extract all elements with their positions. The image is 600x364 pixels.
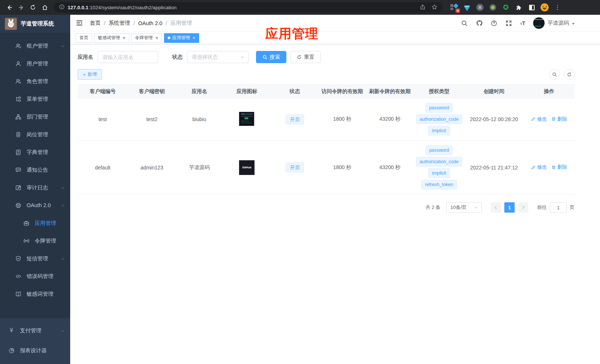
refresh-table-button[interactable] [564, 69, 575, 80]
tag-view-tab[interactable]: 敏感词管理× [94, 33, 129, 43]
sidebar-item-label: 用户管理 [27, 60, 65, 67]
edit-button[interactable]: 修改 [531, 116, 547, 123]
sidebar-item-yen[interactable]: ¥支付管理 [0, 320, 70, 340]
sidebar-item-announcement-chat[interactable]: 通知公告 [0, 161, 70, 179]
url-path: :1024/system/oauth2/oauth2/application [88, 5, 177, 10]
url-text: 127.0.0.1:1024/system/oauth2/oauth2/appl… [68, 5, 177, 10]
sidebar-item-app-briefcase[interactable]: 应用管理 [0, 214, 70, 232]
browser-back-button[interactable] [4, 3, 14, 12]
reset-button[interactable]: 重置 [290, 51, 321, 63]
chevron-down-icon [474, 205, 478, 210]
browser-menu-icon[interactable]: ⋮ [553, 3, 562, 11]
sidebar-item-org-tree[interactable]: 部门管理 [0, 108, 70, 126]
extension-gem-icon[interactable] [463, 3, 471, 11]
header-search-icon[interactable] [461, 20, 468, 27]
cell-access-token-ttl: 1800 秒 [318, 141, 366, 195]
sidebar-item-label: 通知公告 [27, 166, 65, 174]
next-page-button[interactable] [518, 202, 528, 213]
dictionary-book-icon [15, 149, 21, 155]
extension-queue-icon[interactable]: 9 [450, 3, 458, 11]
sidebar-item-report-pie[interactable]: 报表设计器 [0, 340, 70, 360]
grant-type-tag: password [426, 103, 453, 113]
tag-view-tab[interactable]: 首页 [76, 33, 92, 43]
app-logo-bar[interactable]: 芋道管理系统 [0, 15, 70, 33]
sidebar-item-sensitive-book[interactable]: 敏感词管理 [0, 285, 70, 303]
cell-status: 开启 [271, 98, 318, 141]
app-name-input[interactable] [98, 51, 158, 63]
close-icon[interactable]: × [156, 35, 158, 40]
user-menu[interactable]: 芋道源码 [533, 17, 575, 29]
status-select[interactable]: 请选择状态 [187, 51, 249, 63]
font-size-icon[interactable]: тT [520, 20, 525, 26]
browser-address-bar[interactable]: 127.0.0.1:1024/system/oauth2/oauth2/appl… [54, 2, 443, 13]
reset-button-label: 重置 [304, 54, 314, 61]
token-signal-icon [23, 237, 30, 244]
grant-type-tag: refresh_token [421, 180, 457, 189]
table-row: testtest2biubiu开启1800 秒43200 秒passwordau… [78, 98, 575, 141]
grant-type-tag: authorization_code [416, 157, 463, 166]
delete-button[interactable]: 删除 [551, 116, 567, 123]
share-icon[interactable] [420, 4, 426, 11]
cell-client-id: test [78, 98, 128, 141]
plus-icon: + [83, 72, 86, 78]
sidebar-item-role-users[interactable]: 角色管理 [0, 72, 70, 90]
status-tag: 开启 [286, 162, 304, 172]
prev-page-button[interactable] [491, 202, 501, 213]
sidebar-item-token-signal[interactable]: 令牌管理 [0, 232, 70, 250]
sidebar-item-label: 报表设计器 [20, 347, 65, 354]
grant-type-tag: authorization_code [416, 114, 463, 124]
toggle-search-button[interactable] [549, 69, 560, 80]
cell-app-name: 芋道源码 [176, 141, 222, 195]
goto-page-input[interactable] [550, 202, 567, 213]
sidebar-item-user[interactable]: 用户管理 [0, 55, 70, 72]
site-info-icon[interactable] [59, 4, 65, 11]
fullscreen-icon[interactable] [505, 20, 512, 27]
sidebar-item-post-badge[interactable]: 岗位管理 [0, 126, 70, 143]
column-header: 应用图标 [223, 85, 271, 98]
breadcrumb-item[interactable]: 首页 [90, 20, 100, 27]
extension-record-icon[interactable] [489, 3, 497, 11]
tag-view-tab[interactable]: 令牌管理× [132, 33, 162, 43]
browser-home-button[interactable] [40, 3, 50, 12]
sidebar-item-menu-list[interactable]: 菜单管理 [0, 90, 70, 108]
search-button[interactable]: 搜索 [256, 51, 286, 63]
chevron-right-icon [521, 205, 525, 210]
extensions-puzzle-icon[interactable] [515, 3, 523, 11]
sidebar-item-tenant-users[interactable]: 租户管理 [0, 37, 70, 55]
role-users-icon [15, 78, 21, 85]
error-code-icon [15, 273, 21, 279]
delete-button[interactable]: 删除 [551, 164, 567, 171]
tag-view-tab[interactable]: 应用管理× [164, 33, 199, 43]
user-avatar [533, 17, 545, 29]
close-icon[interactable]: × [192, 35, 195, 40]
extension-star-icon[interactable]: ✪ [502, 3, 510, 11]
browser-reload-button[interactable] [28, 3, 38, 12]
grant-type-tag: implicit [428, 168, 450, 178]
bookmark-star-icon[interactable] [432, 4, 437, 11]
browser-profile-avatar[interactable] [541, 3, 549, 11]
side-panel-icon[interactable] [528, 3, 536, 11]
breadcrumb-item[interactable]: 系统管理 [109, 20, 130, 27]
page-size-select[interactable]: 10条/页 [446, 202, 482, 213]
sidebar-item-error-code[interactable]: 错误码管理 [0, 267, 70, 285]
sidebar-item-sms-shield[interactable]: 短信管理 [0, 250, 70, 267]
applications-table: 客户端编号客户端密钥应用名应用图标状态访问令牌的有效期刷新令牌的有效期授权类型创… [78, 85, 575, 195]
edit-button[interactable]: 修改 [531, 164, 547, 171]
help-icon[interactable] [491, 20, 498, 27]
sidebar-menu: 租户管理用户管理角色管理菜单管理部门管理岗位管理字典管理通知公告审计日志OAut… [0, 33, 70, 303]
add-button[interactable]: + 新增 [78, 69, 102, 80]
close-icon[interactable]: × [123, 35, 126, 40]
sidebar-collapse-icon[interactable] [76, 19, 84, 27]
browser-forward-button[interactable] [16, 3, 26, 12]
sensitive-book-icon [15, 291, 21, 297]
username: 芋道源码 [548, 20, 569, 27]
chevron-down-icon [61, 44, 65, 48]
sidebar-item-label: 错误码管理 [27, 273, 65, 280]
sidebar-item-audit-log[interactable]: 审计日志 [0, 179, 70, 196]
page-number-current[interactable]: 1 [504, 202, 515, 213]
github-icon[interactable] [476, 20, 483, 27]
breadcrumb-item[interactable]: OAuth 2.0 [138, 20, 162, 26]
extension-command-icon[interactable]: ⌘ [476, 3, 484, 11]
sidebar-item-oauth-robot[interactable]: OAuth 2.0 [0, 196, 70, 214]
sidebar-item-dictionary-book[interactable]: 字典管理 [0, 143, 70, 161]
